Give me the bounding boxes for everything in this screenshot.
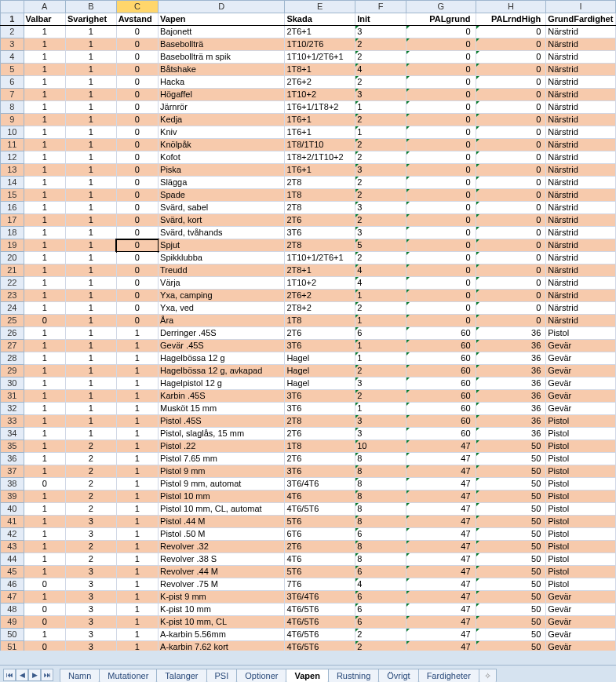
cell[interactable]: 2T6 — [285, 453, 355, 465]
cell[interactable]: Gevär — [546, 390, 616, 403]
row-header[interactable]: 19 — [1, 239, 24, 252]
cell[interactable]: 1 — [24, 89, 65, 101]
row-header[interactable]: 48 — [1, 604, 24, 616]
cell[interactable]: 1 — [65, 214, 116, 227]
cell[interactable]: Pistol 10 mm — [159, 491, 285, 503]
cell[interactable]: 0 — [406, 302, 476, 315]
cell[interactable]: Gevär — [546, 377, 616, 390]
cell[interactable]: Närstrid — [546, 290, 616, 302]
cell[interactable]: 60 — [406, 327, 476, 340]
cell[interactable]: 0 — [116, 290, 158, 302]
cell[interactable]: Gevär — [546, 629, 616, 641]
cell[interactable]: 1 — [65, 403, 116, 415]
row-header[interactable]: 42 — [1, 528, 24, 541]
cell[interactable]: 0 — [406, 290, 476, 302]
row-header[interactable]: 38 — [1, 478, 24, 491]
cell[interactable]: 2T6 — [285, 327, 355, 340]
cell[interactable]: 47 — [406, 528, 476, 541]
cell[interactable]: 2 — [65, 465, 116, 478]
cell[interactable]: Hagelbössa 12 g — [159, 352, 285, 365]
cell[interactable]: 6 — [355, 591, 406, 604]
cell[interactable]: Närstrid — [546, 26, 616, 38]
cell[interactable]: 0 — [476, 38, 546, 51]
cell[interactable]: 0 — [476, 189, 546, 202]
cell[interactable]: Piska — [159, 164, 285, 177]
data-table[interactable]: ABCDEFGHI 1ValbarSvarighetAvstandVapenSk… — [0, 0, 616, 651]
cell[interactable]: 4 — [355, 264, 406, 277]
cell[interactable]: 47 — [406, 578, 476, 591]
cell[interactable]: 1 — [65, 64, 116, 76]
cell[interactable]: 1T8 — [285, 189, 355, 202]
cell[interactable]: 0 — [476, 177, 546, 189]
cell[interactable]: 1 — [116, 390, 158, 403]
cell[interactable]: 0 — [116, 26, 158, 38]
cell[interactable]: Knölpåk — [159, 139, 285, 151]
cell[interactable]: Gevär .45S — [159, 340, 285, 352]
cell[interactable]: 1 — [24, 277, 65, 290]
cell[interactable]: 4T6/5T6 — [285, 503, 355, 516]
cell[interactable]: 8 — [355, 553, 406, 566]
cell[interactable]: 3 — [355, 428, 406, 440]
cell[interactable]: 50 — [476, 528, 546, 541]
cell[interactable]: 1 — [24, 528, 65, 541]
cell[interactable]: 47 — [406, 541, 476, 553]
cell[interactable]: Pistol 9 mm — [159, 465, 285, 478]
cell[interactable]: 1 — [65, 101, 116, 114]
cell[interactable]: 1 — [116, 478, 158, 491]
cell[interactable]: 4T6 — [285, 491, 355, 503]
cell[interactable]: 3 — [355, 377, 406, 390]
cell[interactable]: 2 — [355, 214, 406, 227]
cell[interactable]: 1 — [116, 340, 158, 352]
cell[interactable]: 0 — [406, 38, 476, 51]
cell[interactable]: 1 — [24, 591, 65, 604]
row-header[interactable]: 8 — [1, 101, 24, 114]
cell[interactable]: 0 — [406, 202, 476, 214]
cell[interactable]: 1 — [355, 101, 406, 114]
cell[interactable]: 50 — [476, 440, 546, 453]
col-header-G[interactable]: G — [406, 1, 476, 13]
cell[interactable]: 0 — [406, 51, 476, 64]
cell[interactable]: Närstrid — [546, 277, 616, 290]
cell[interactable]: 0 — [116, 315, 158, 327]
sheet-tab-namn[interactable]: Namn — [60, 669, 100, 682]
cell[interactable]: Pistol — [546, 516, 616, 528]
cell[interactable]: 1T10+1/2T6+1 — [285, 252, 355, 264]
row-header[interactable]: 26 — [1, 327, 24, 340]
cell[interactable]: 1 — [116, 377, 158, 390]
cell[interactable]: 0 — [116, 51, 158, 64]
cell[interactable]: 3T6/4T6 — [285, 478, 355, 491]
row-header[interactable]: 2 — [1, 26, 24, 38]
cell[interactable]: 8 — [355, 465, 406, 478]
cell[interactable]: Närstrid — [546, 51, 616, 64]
cell[interactable]: 1 — [116, 604, 158, 616]
cell[interactable]: 0 — [406, 177, 476, 189]
cell[interactable]: Svärd, kort — [159, 214, 285, 227]
cell[interactable]: Gevär — [546, 591, 616, 604]
cell[interactable]: 2T8 — [285, 177, 355, 189]
cell[interactable]: 1 — [65, 340, 116, 352]
row-header[interactable]: 51 — [1, 641, 24, 651]
cell[interactable]: Närstrid — [546, 239, 616, 252]
cell[interactable]: Pistol — [546, 528, 616, 541]
row-header[interactable]: 22 — [1, 277, 24, 290]
cell[interactable]: 2 — [355, 189, 406, 202]
cell[interactable]: Närstrid — [546, 89, 616, 101]
cell[interactable]: 1T10+2 — [285, 277, 355, 290]
cell[interactable]: 0 — [476, 239, 546, 252]
cell[interactable]: 1 — [24, 151, 65, 164]
cell[interactable]: 1 — [355, 315, 406, 327]
cell[interactable]: 36 — [476, 365, 546, 377]
cell[interactable]: Revolver .44 M — [159, 566, 285, 578]
cell[interactable]: 4T6/5T6 — [285, 616, 355, 629]
cell[interactable]: 0 — [116, 202, 158, 214]
col-header-F[interactable]: F — [355, 1, 406, 13]
cell[interactable]: 2 — [355, 252, 406, 264]
row-header[interactable]: 4 — [1, 51, 24, 64]
cell[interactable]: Pistol — [546, 478, 616, 491]
cell[interactable]: 0 — [406, 264, 476, 277]
cell[interactable]: 0 — [476, 290, 546, 302]
cell[interactable]: 1 — [116, 352, 158, 365]
cell[interactable]: 1 — [65, 89, 116, 101]
cell[interactable]: 3T6 — [285, 465, 355, 478]
cell[interactable]: 50 — [476, 641, 546, 651]
